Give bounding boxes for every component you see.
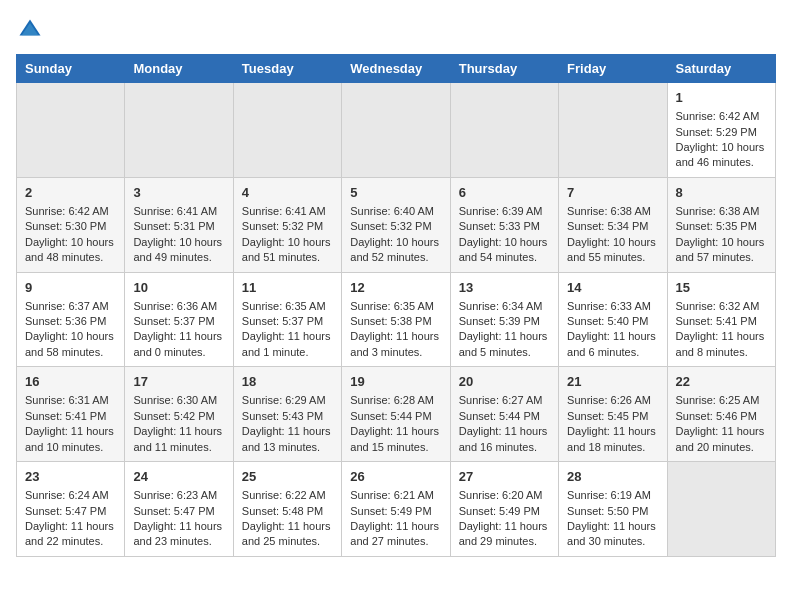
sunset-text: Sunset: 5:35 PM [676,220,757,232]
day-number: 7 [567,184,658,202]
calendar-cell: 6Sunrise: 6:39 AMSunset: 5:33 PMDaylight… [450,177,558,272]
cell-content: 24Sunrise: 6:23 AMSunset: 5:47 PMDayligh… [133,468,224,550]
daylight-text: Daylight: 11 hours and 0 minutes. [133,330,222,357]
sunrise-text: Sunrise: 6:20 AM [459,489,543,501]
calendar-cell: 8Sunrise: 6:38 AMSunset: 5:35 PMDaylight… [667,177,775,272]
calendar-cell: 11Sunrise: 6:35 AMSunset: 5:37 PMDayligh… [233,272,341,367]
calendar-header: SundayMondayTuesdayWednesdayThursdayFrid… [17,55,776,83]
calendar-cell [233,83,341,178]
day-number: 19 [350,373,441,391]
calendar-cell: 12Sunrise: 6:35 AMSunset: 5:38 PMDayligh… [342,272,450,367]
cell-content: 12Sunrise: 6:35 AMSunset: 5:38 PMDayligh… [350,279,441,361]
day-number: 22 [676,373,767,391]
sunrise-text: Sunrise: 6:23 AM [133,489,217,501]
calendar-cell: 27Sunrise: 6:20 AMSunset: 5:49 PMDayligh… [450,462,558,557]
day-header-wednesday: Wednesday [342,55,450,83]
sunset-text: Sunset: 5:38 PM [350,315,431,327]
cell-content: 28Sunrise: 6:19 AMSunset: 5:50 PMDayligh… [567,468,658,550]
cell-content: 19Sunrise: 6:28 AMSunset: 5:44 PMDayligh… [350,373,441,455]
calendar-cell [450,83,558,178]
calendar-table: SundayMondayTuesdayWednesdayThursdayFrid… [16,54,776,557]
cell-content: 14Sunrise: 6:33 AMSunset: 5:40 PMDayligh… [567,279,658,361]
logo-icon [16,16,44,44]
sunset-text: Sunset: 5:45 PM [567,410,648,422]
sunset-text: Sunset: 5:40 PM [567,315,648,327]
day-number: 12 [350,279,441,297]
daylight-text: Daylight: 11 hours and 27 minutes. [350,520,439,547]
daylight-text: Daylight: 11 hours and 10 minutes. [25,425,114,452]
cell-content: 17Sunrise: 6:30 AMSunset: 5:42 PMDayligh… [133,373,224,455]
calendar-body: 1Sunrise: 6:42 AMSunset: 5:29 PMDaylight… [17,83,776,557]
day-header-sunday: Sunday [17,55,125,83]
sunrise-text: Sunrise: 6:27 AM [459,394,543,406]
cell-content: 2Sunrise: 6:42 AMSunset: 5:30 PMDaylight… [25,184,116,266]
cell-content: 20Sunrise: 6:27 AMSunset: 5:44 PMDayligh… [459,373,550,455]
sunset-text: Sunset: 5:50 PM [567,505,648,517]
sunrise-text: Sunrise: 6:41 AM [133,205,217,217]
cell-content: 25Sunrise: 6:22 AMSunset: 5:48 PMDayligh… [242,468,333,550]
day-number: 14 [567,279,658,297]
day-number: 9 [25,279,116,297]
calendar-cell: 24Sunrise: 6:23 AMSunset: 5:47 PMDayligh… [125,462,233,557]
calendar-cell: 15Sunrise: 6:32 AMSunset: 5:41 PMDayligh… [667,272,775,367]
day-number: 2 [25,184,116,202]
sunrise-text: Sunrise: 6:40 AM [350,205,434,217]
day-number: 16 [25,373,116,391]
cell-content: 16Sunrise: 6:31 AMSunset: 5:41 PMDayligh… [25,373,116,455]
day-header-saturday: Saturday [667,55,775,83]
daylight-text: Daylight: 11 hours and 23 minutes. [133,520,222,547]
calendar-cell: 28Sunrise: 6:19 AMSunset: 5:50 PMDayligh… [559,462,667,557]
daylight-text: Daylight: 11 hours and 5 minutes. [459,330,548,357]
sunrise-text: Sunrise: 6:28 AM [350,394,434,406]
daylight-text: Daylight: 11 hours and 11 minutes. [133,425,222,452]
daylight-text: Daylight: 10 hours and 51 minutes. [242,236,331,263]
cell-content: 4Sunrise: 6:41 AMSunset: 5:32 PMDaylight… [242,184,333,266]
cell-content: 27Sunrise: 6:20 AMSunset: 5:49 PMDayligh… [459,468,550,550]
calendar-cell [342,83,450,178]
sunrise-text: Sunrise: 6:29 AM [242,394,326,406]
calendar-cell: 7Sunrise: 6:38 AMSunset: 5:34 PMDaylight… [559,177,667,272]
sunset-text: Sunset: 5:32 PM [242,220,323,232]
sunrise-text: Sunrise: 6:25 AM [676,394,760,406]
week-row-1: 1Sunrise: 6:42 AMSunset: 5:29 PMDaylight… [17,83,776,178]
calendar-cell: 23Sunrise: 6:24 AMSunset: 5:47 PMDayligh… [17,462,125,557]
day-number: 18 [242,373,333,391]
daylight-text: Daylight: 11 hours and 25 minutes. [242,520,331,547]
sunrise-text: Sunrise: 6:35 AM [242,300,326,312]
day-number: 23 [25,468,116,486]
cell-content: 18Sunrise: 6:29 AMSunset: 5:43 PMDayligh… [242,373,333,455]
day-header-monday: Monday [125,55,233,83]
cell-content: 5Sunrise: 6:40 AMSunset: 5:32 PMDaylight… [350,184,441,266]
sunset-text: Sunset: 5:44 PM [350,410,431,422]
sunrise-text: Sunrise: 6:24 AM [25,489,109,501]
cell-content: 21Sunrise: 6:26 AMSunset: 5:45 PMDayligh… [567,373,658,455]
day-number: 17 [133,373,224,391]
calendar-cell [125,83,233,178]
calendar-cell: 10Sunrise: 6:36 AMSunset: 5:37 PMDayligh… [125,272,233,367]
calendar-cell: 16Sunrise: 6:31 AMSunset: 5:41 PMDayligh… [17,367,125,462]
sunrise-text: Sunrise: 6:41 AM [242,205,326,217]
calendar-cell: 5Sunrise: 6:40 AMSunset: 5:32 PMDaylight… [342,177,450,272]
day-number: 10 [133,279,224,297]
sunrise-text: Sunrise: 6:32 AM [676,300,760,312]
calendar-cell: 26Sunrise: 6:21 AMSunset: 5:49 PMDayligh… [342,462,450,557]
sunrise-text: Sunrise: 6:35 AM [350,300,434,312]
daylight-text: Daylight: 11 hours and 30 minutes. [567,520,656,547]
calendar-cell: 4Sunrise: 6:41 AMSunset: 5:32 PMDaylight… [233,177,341,272]
calendar-cell: 17Sunrise: 6:30 AMSunset: 5:42 PMDayligh… [125,367,233,462]
sunset-text: Sunset: 5:39 PM [459,315,540,327]
sunset-text: Sunset: 5:31 PM [133,220,214,232]
day-number: 13 [459,279,550,297]
sunset-text: Sunset: 5:43 PM [242,410,323,422]
cell-content: 3Sunrise: 6:41 AMSunset: 5:31 PMDaylight… [133,184,224,266]
cell-content: 10Sunrise: 6:36 AMSunset: 5:37 PMDayligh… [133,279,224,361]
calendar-cell: 9Sunrise: 6:37 AMSunset: 5:36 PMDaylight… [17,272,125,367]
daylight-text: Daylight: 11 hours and 6 minutes. [567,330,656,357]
day-header-tuesday: Tuesday [233,55,341,83]
week-row-2: 2Sunrise: 6:42 AMSunset: 5:30 PMDaylight… [17,177,776,272]
daylight-text: Daylight: 10 hours and 52 minutes. [350,236,439,263]
calendar-cell: 3Sunrise: 6:41 AMSunset: 5:31 PMDaylight… [125,177,233,272]
sunset-text: Sunset: 5:37 PM [242,315,323,327]
sunrise-text: Sunrise: 6:34 AM [459,300,543,312]
calendar-cell: 21Sunrise: 6:26 AMSunset: 5:45 PMDayligh… [559,367,667,462]
